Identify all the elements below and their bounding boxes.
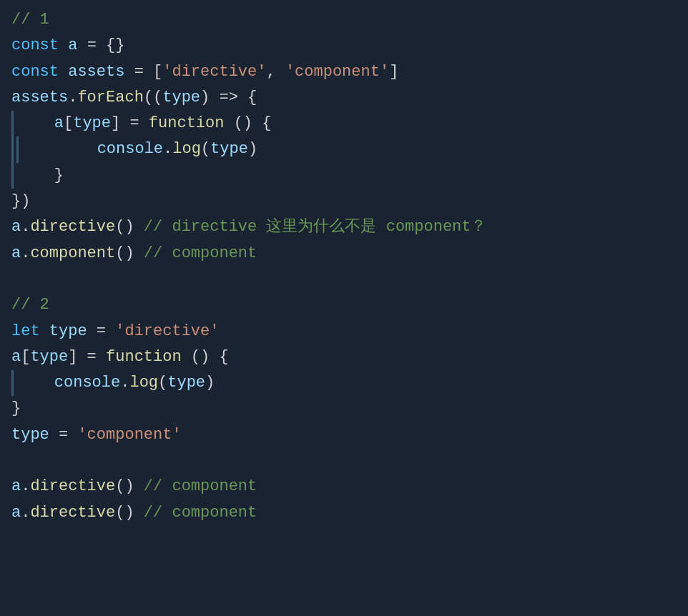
line-1: // 1 xyxy=(11,11,49,29)
line-12: // 2 xyxy=(11,296,49,314)
line-14: a[type] = function () { xyxy=(11,348,229,366)
line-5: a[type] = function () { xyxy=(11,114,271,132)
line-8: }) xyxy=(11,192,30,210)
line-6: console.log(type) xyxy=(11,140,257,158)
line-15: console.log(type) xyxy=(11,374,215,392)
code-editor: // 1 const a = {} const assets = ['direc… xyxy=(11,7,677,526)
line-7: } xyxy=(11,167,64,184)
line-9: a.directive() // directive 这里为什么不是 compo… xyxy=(11,218,487,236)
line-19: a.directive() // component xyxy=(11,477,257,495)
line-16: } xyxy=(11,399,21,417)
line-17: type = 'component' xyxy=(11,426,182,444)
line-3: const assets = ['directive', 'component'… xyxy=(11,63,398,81)
line-20: a.directive() // component xyxy=(11,504,257,522)
line-2: const a = {} xyxy=(11,36,124,54)
line-10: a.component() // component xyxy=(11,244,257,262)
line-13: let type = 'directive' xyxy=(11,322,219,340)
line-4: assets.forEach((type) => { xyxy=(11,89,257,106)
